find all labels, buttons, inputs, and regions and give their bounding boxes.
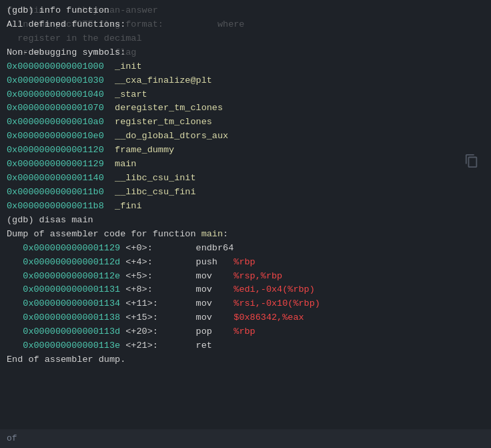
sym-fini: 0x00000000000011b8 _fini (7, 200, 484, 214)
sym-register: 0x00000000000010a0 register_tm_clones (7, 116, 484, 130)
sym-dtors: 0x00000000000010e0 __do_global_dtors_aux (7, 130, 484, 144)
end-dump: End of assembler dump. (7, 353, 484, 367)
asm-push-rbp: 0x000000000000112d <+4>: push %rbp (7, 256, 484, 270)
sym-libc-fini: 0x00000000000011b0 __libc_csu_fini (7, 186, 484, 200)
copy-icon[interactable] (464, 154, 483, 172)
gdb-cmd-info: (gdb) info function (7, 4, 484, 18)
sym-main: 0x0000000000001129 main (7, 158, 484, 172)
sym-cxa: 0x0000000000001030 __cxa_finalize@plt (7, 74, 484, 88)
pagination-text: of (7, 432, 17, 445)
asm-mov-rsp-rbp: 0x000000000000112e <+5>: mov %rsp,%rbp (7, 270, 484, 284)
non-debugging-label: Non-debugging symbols: (7, 46, 484, 60)
terminal-window: function they-can-answer in the picoCTF … (0, 0, 491, 448)
sym-start: 0x0000000000001040 _start (7, 88, 484, 102)
terminal-content: (gdb) info function All defined function… (7, 4, 484, 367)
dump-header: Dump of assembler code for function main… (7, 228, 484, 242)
pagination-bar: of (0, 429, 491, 448)
sym-frame: 0x0000000000001120 frame_dummy (7, 144, 484, 158)
asm-mov-edi: 0x0000000000001131 <+8>: mov %edi,-0x4(%… (7, 283, 484, 297)
asm-mov-rsi: 0x0000000000001134 <+11>: mov %rsi,-0x10… (7, 297, 484, 311)
asm-ret: 0x000000000000113e <+21>: ret (7, 339, 484, 353)
blank-line (7, 32, 484, 46)
all-defined-label: All defined functions: (7, 18, 484, 32)
sym-libc-init: 0x0000000000001140 __libc_csu_init (7, 172, 484, 186)
asm-mov-eax: 0x0000000000001138 <+15>: mov $0x86342,%… (7, 311, 484, 325)
asm-pop-rbp: 0x000000000000113d <+20>: pop %rbp (7, 325, 484, 339)
sym-deregister: 0x0000000000001070 deregister_tm_clones (7, 101, 484, 116)
sym-init: 0x0000000000001000 _init (7, 60, 484, 74)
asm-endbr64: 0x0000000000001129 <+0>: endbr64 (7, 242, 484, 256)
gdb-cmd-disas: (gdb) disas main (7, 214, 484, 228)
copy-svg (464, 154, 479, 168)
